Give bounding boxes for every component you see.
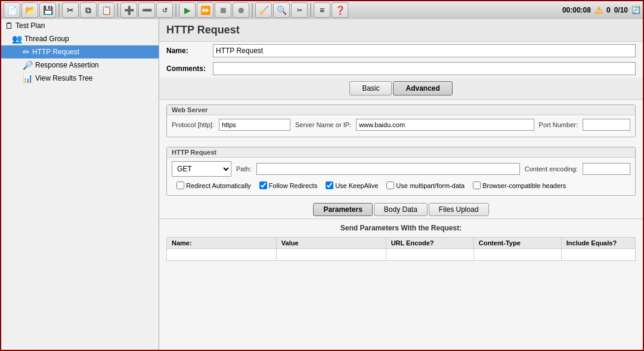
content-type-col-header: Content-Type [473,238,561,249]
follow-redirects-checkbox-label[interactable]: Follow Redirects [259,181,317,189]
timer-area: 00:00:08 ⚠ 0 0/10 🔄 [562,5,640,16]
browser-compat-label: Browser-compatible headers [482,182,566,189]
sep5 [310,3,311,17]
sidebar-item-response-assertion[interactable]: 🔎 Response Assertion [1,59,159,72]
sub-tabs-bar: Parameters Body Data Files Upload [159,201,643,219]
web-server-section: Web Server Protocol [http]: Server Name … [166,104,636,137]
browser-compat-checkbox-label[interactable]: Browser-compatible headers [473,181,566,189]
test-plan-icon: 🗒 [5,21,13,30]
stop-button[interactable]: ⏹ [215,2,231,18]
tab-advanced[interactable]: Advanced [393,81,452,96]
paste-button[interactable]: 📋 [98,2,114,18]
reset-button[interactable]: ↺ [156,2,173,18]
table-row [167,249,636,261]
param-include-equals-cell[interactable] [561,249,635,261]
use-keepalive-checkbox[interactable] [326,181,333,189]
cut-button[interactable]: ✂ [62,2,79,18]
sub-tab-body-data[interactable]: Body Data [374,203,428,216]
http-request-content: GET POST PUT DELETE PATCH HEAD OPTIONS P… [167,158,635,195]
clear-button[interactable]: 🧹 [255,2,272,18]
comments-input[interactable] [213,62,636,75]
spinner-icon: 🔄 [631,6,640,14]
timer-display: 00:00:08 [562,6,591,14]
sidebar-item-test-plan[interactable]: 🗒 Test Plan [1,19,159,32]
sep4 [252,3,253,17]
sidebar-item-label: Test Plan [16,21,45,30]
open-button[interactable]: 📂 [21,2,38,18]
stop-all-button[interactable]: ⏺ [233,2,249,18]
param-name-cell[interactable] [167,249,277,261]
path-label: Path: [236,165,252,173]
sidebar-item-label: HTTP Request [32,48,79,56]
name-label: Name: [166,47,208,55]
sub-tab-parameters[interactable]: Parameters [313,203,372,216]
content-encoding-input[interactable] [583,163,630,175]
use-keepalive-checkbox-label[interactable]: Use KeepAlive [326,181,378,189]
http-request-section: HTTP Request GET POST PUT DELETE PATCH H… [166,147,636,196]
sub-tab-files-upload[interactable]: Files Upload [429,203,489,216]
params-title: Send Parameters With the Request: [166,221,636,235]
sidebar-item-http-request[interactable]: ✏ HTTP Request [1,45,159,59]
name-col-header: Name: [167,238,277,249]
protocol-input[interactable] [219,119,290,131]
sidebar-item-label: View Results Tree [35,74,93,82]
port-input[interactable] [583,119,630,131]
path-input[interactable] [256,163,520,175]
sep1 [58,3,60,17]
thread-group-icon: 👥 [12,34,22,44]
method-select[interactable]: GET POST PUT DELETE PATCH HEAD OPTIONS [172,161,231,177]
name-input[interactable] [213,44,636,57]
search-button[interactable]: 🔍 [273,2,290,18]
use-multipart-checkbox-label[interactable]: Use multipart/form-data [386,181,465,189]
web-server-content: Protocol [http]: Server Name or IP: Port… [167,115,635,137]
redirect-auto-checkbox-label[interactable]: Redirect Automatically [177,181,251,189]
value-col-header: Value [276,238,386,249]
main-container: 🗒 Test Plan 👥 Thread Group ✏ HTTP Reques… [0,19,644,351]
name-row: Name: [159,42,643,60]
save-button[interactable]: 💾 [39,2,56,18]
run-button[interactable]: ▶ [179,2,196,18]
web-server-legend: Web Server [167,105,635,115]
server-label: Server Name or IP: [295,121,351,128]
sidebar-item-thread-group[interactable]: 👥 Thread Group [1,32,159,45]
browser-compat-checkbox[interactable] [473,181,481,189]
redirect-auto-label: Redirect Automatically [186,182,251,189]
method-path-row: GET POST PUT DELETE PATCH HEAD OPTIONS P… [172,161,630,177]
use-multipart-checkbox[interactable] [386,181,394,189]
response-assertion-icon: 🔎 [23,60,33,70]
checkboxes-row: Redirect Automatically Follow Redirects … [172,179,630,192]
protocol-label: Protocol [http]: [172,121,214,128]
remove-button[interactable]: ➖ [138,2,155,18]
web-server-row: Protocol [http]: Server Name or IP: Port… [172,119,630,131]
run-all-button[interactable]: ⏩ [197,2,213,18]
help-button[interactable]: ❓ [332,2,348,18]
comments-label: Comments: [166,64,208,73]
sidebar-item-label: Response Assertion [35,61,99,69]
http-request-legend: HTTP Request [167,147,635,158]
add-button[interactable]: ➕ [120,2,137,18]
list-button[interactable]: ≡ [314,2,330,18]
warning-icon: ⚠ [595,5,603,16]
param-content-type-cell[interactable] [473,249,561,261]
toolbar: 📄 📂 💾 ✂ ⧉ 📋 ➕ ➖ ↺ ▶ ⏩ ⏹ ⏺ 🧹 🔍 ✂ ≡ ❓ 00:0… [0,0,644,19]
copy-button[interactable]: ⧉ [80,2,97,18]
tabs-bar: Basic Advanced [159,78,643,100]
tab-basic[interactable]: Basic [349,81,392,96]
params-section: Send Parameters With the Request: Name: … [159,219,643,263]
follow-redirects-checkbox[interactable] [259,181,267,189]
new-button[interactable]: 📄 [4,2,20,18]
scissors-button[interactable]: ✂ [291,2,308,18]
use-keepalive-label: Use KeepAlive [335,182,378,189]
follow-redirects-label: Follow Redirects [269,182,317,189]
param-value-cell[interactable] [276,249,386,261]
port-label: Port Number: [539,121,578,128]
redirect-auto-checkbox[interactable] [177,181,184,189]
sidebar-item-label: Thread Group [24,35,69,43]
comments-row: Comments: [159,60,643,78]
url-encode-col-header: URL Encode? [386,238,473,249]
sidebar-item-view-results-tree[interactable]: 📊 View Results Tree [1,72,159,85]
param-url-encode-cell[interactable] [386,249,473,261]
server-name-input[interactable] [356,119,534,131]
view-results-icon: 📊 [23,73,33,83]
include-equals-col-header: Include Equals? [561,238,635,249]
